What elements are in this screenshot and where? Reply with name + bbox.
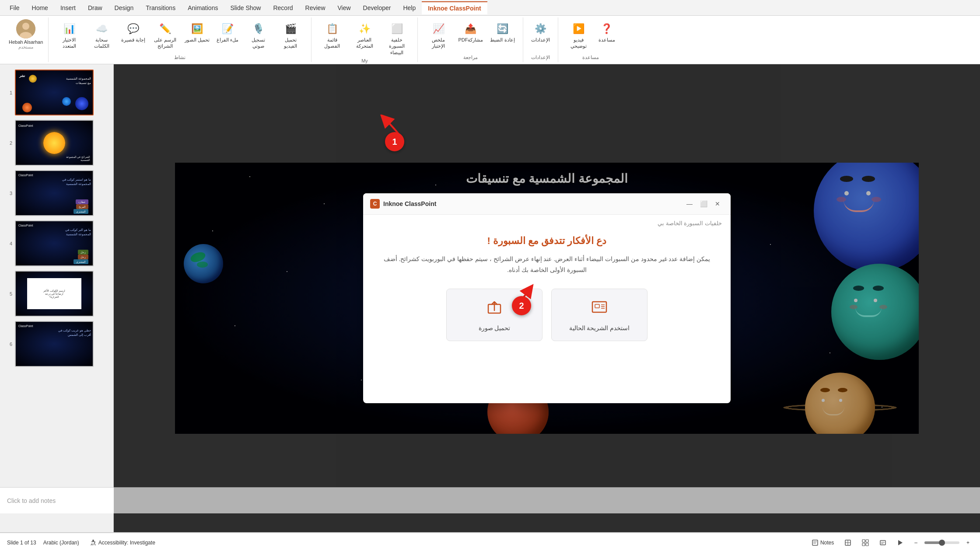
settings-btn[interactable]: ⚙️ الإعدادات [528, 19, 553, 45]
language-info: Arabic (Jordan) [43, 540, 79, 546]
modal-sub-text: يمكن إضافة عدد غير محدود من السبورات الب… [381, 254, 713, 276]
reading-view-btn[interactable] [876, 537, 890, 548]
quiz-summary-icon: 📈 [430, 21, 446, 37]
slide-panel[interactable]: 1 نشر المجموعة الشمسيةمع تنسيقات 2 [0, 64, 114, 532]
zoom-in-btn[interactable]: + [963, 538, 973, 548]
ribbon-body: Hebah Alsarhan مستخدم 📊 الاختيار المتعدد… [0, 16, 980, 64]
annotation-circle-2: 2 [512, 296, 531, 315]
slide-thumb-2[interactable]: 2 ClassPoint الشرائح في المجموعةالشمسية [0, 118, 113, 167]
share-pdf-label: مشاركةPDF [458, 37, 483, 43]
zoom-out-label: – [914, 540, 917, 546]
image-upload-icon: 🖼️ [189, 21, 205, 37]
reset-slide-btn[interactable]: 🔄 إعادة الضبط [487, 19, 517, 45]
draw-slide-label: الرسم على الشرائح [152, 37, 178, 49]
demo-video-btn[interactable]: ▶️ فيديو توضيحي [564, 19, 594, 51]
upload-image-label: تحميل صورة [479, 324, 511, 331]
demo-video-label: فيديو توضيحي [566, 37, 592, 49]
ribbon-tabs: File Home Insert Draw Design Transitions… [0, 0, 980, 16]
help-label: مساعدة [598, 37, 615, 43]
modal-header-link[interactable]: خلفيات السبورة الخاصة بي [363, 215, 731, 227]
slide-thumb-3[interactable]: 3 ClassPoint ما هو استمر كوكب فيالمجموعة… [0, 168, 113, 218]
upload-image-icon [486, 298, 503, 319]
ribbon-group-settings: ⚙️ الإعدادات الإعدادات [523, 17, 558, 62]
svg-rect-10 [812, 540, 818, 545]
slide-thumb-5[interactable]: 5 ارسم الكوكب الأكثرارتفاعاً في درجةالحر… [0, 269, 113, 318]
fill-blank-btn[interactable]: 📝 ملء الفراغ [214, 19, 241, 45]
status-right: Notes [808, 537, 973, 548]
zoom-slider[interactable] [924, 541, 959, 544]
tab-review[interactable]: Review [299, 2, 332, 14]
modal-close-btn[interactable]: ✕ [711, 198, 724, 210]
tab-developer[interactable]: Developer [357, 2, 397, 14]
modal-maximize-btn[interactable]: ⬜ [697, 198, 710, 210]
slide-image-6[interactable]: ClassPoint حظي هو غريب كوكب فيأقرب إلى ا… [15, 321, 94, 367]
zoom-out-btn[interactable]: – [911, 538, 921, 548]
modal-minimize-btn[interactable]: — [683, 198, 696, 210]
reading-view-icon [879, 539, 886, 546]
slide-list-label: قائمة الفصول [319, 37, 345, 49]
annotation-2: 2 [512, 296, 531, 315]
modal-overlay[interactable]: C Inknoe ClassPoint — ⬜ ✕ خلفيات السبورة… [114, 64, 980, 532]
slide-thumb-4[interactable]: 4 ClassPoint ما هو اكبر كوكب فيالمجموعة … [0, 219, 113, 268]
white-bg-btn[interactable]: ⬜ خلفية السبورة البيضاء [382, 19, 412, 57]
tab-home[interactable]: Home [26, 2, 54, 14]
share-pdf-btn[interactable]: 📤 مشاركةPDF [455, 19, 486, 45]
slide-image-5[interactable]: ارسم الكوكب الأكثرارتفاعاً في درجةالحرار… [15, 271, 94, 317]
tab-help[interactable]: Help [397, 2, 422, 14]
help-btn[interactable]: ❓ مساعدة [596, 19, 618, 45]
normal-view-btn[interactable] [841, 537, 855, 548]
tab-view[interactable]: View [332, 2, 357, 14]
slide-image-3[interactable]: ClassPoint ما هو استمر كوكب فيالمجموعة ا… [15, 170, 94, 216]
audio-record-btn[interactable]: 🎙️ تسجيل صوتي [243, 19, 273, 51]
bottom-area: Click to add notes [0, 532, 980, 533]
word-cloud-btn[interactable]: ☁️ سحابة الكلمات [86, 19, 117, 51]
tab-transitions[interactable]: Transitions [140, 2, 182, 14]
tab-slideshow[interactable]: Slide Show [224, 2, 267, 14]
slide-number-1: 1 [4, 90, 12, 95]
slide-image-2[interactable]: ClassPoint الشرائح في المجموعةالشمسية [15, 120, 94, 166]
modal-titlebar: C Inknoe ClassPoint — ⬜ ✕ [363, 193, 731, 215]
word-cloud-icon: ☁️ [94, 21, 109, 37]
tab-animations[interactable]: Animations [182, 2, 224, 14]
notes-label: Notes [820, 540, 834, 546]
image-upload-btn[interactable]: 🖼️ تحميل الصور [182, 19, 212, 45]
quick-poll-btn[interactable]: 💬 إجابة قصيرة [119, 19, 148, 45]
notes-btn[interactable]: Notes [808, 537, 837, 548]
animated-elements-icon: ✨ [357, 21, 372, 37]
ribbon: File Home Insert Draw Design Transitions… [0, 0, 980, 64]
draw-slide-btn[interactable]: ✏️ الرسم على الشرائح [150, 19, 180, 51]
short-answer-label: الاختيار المتعدد [56, 37, 82, 49]
slide-sorter-icon [862, 539, 869, 546]
slide-sorter-btn[interactable] [858, 537, 872, 548]
video-upload-btn[interactable]: 🎬 تحميل الفيديو [275, 19, 306, 51]
slide-image-1[interactable]: نشر المجموعة الشمسيةمع تنسيقات [15, 70, 94, 115]
tab-record[interactable]: Record [267, 2, 299, 14]
slide-thumb-6[interactable]: 6 ClassPoint حظي هو غريب كوكب فيأقرب إلى… [0, 319, 113, 369]
reset-slide-label: إعادة الضبط [490, 37, 514, 43]
tab-insert[interactable]: Insert [54, 2, 82, 14]
accessibility-btn[interactable]: Accessibility: Investigate [86, 537, 159, 548]
quick-poll-icon: 💬 [126, 21, 141, 37]
slide-image-4[interactable]: ClassPoint ما هو اكبر كوكب فيالمجموعة ال… [15, 220, 94, 266]
modal-logo: C [370, 199, 380, 209]
slideshow-btn[interactable] [893, 537, 907, 548]
modal-controls: — ⬜ ✕ [683, 198, 724, 210]
notes-placeholder: Click to add notes [7, 497, 56, 504]
tab-classpoint[interactable]: Inknoe ClassPoint [422, 1, 487, 14]
svg-rect-18 [862, 543, 865, 546]
animated-elements-label: العناصر المتحركة [352, 37, 377, 49]
main-area: 1 نشر المجموعة الشمسيةمع تنسيقات 2 [0, 64, 980, 532]
tab-draw[interactable]: Draw [82, 2, 108, 14]
tab-design[interactable]: Design [108, 2, 140, 14]
zoom-thumb[interactable] [939, 540, 945, 546]
use-current-slide-card[interactable]: استخدم الشريحة الحالية [551, 289, 648, 341]
slide-list-icon: 📋 [324, 21, 340, 37]
short-answer-btn[interactable]: 📊 الاختيار المتعدد [54, 19, 84, 51]
animated-elements-btn[interactable]: ✨ العناصر المتحركة [349, 19, 380, 51]
tab-file[interactable]: File [4, 2, 26, 14]
slide-info: Slide 1 of 13 [7, 540, 36, 546]
slide-thumb-1[interactable]: 1 نشر المجموعة الشمسيةمع تنسيقات [0, 68, 113, 117]
quiz-summary-btn[interactable]: 📈 ملخص الإختبار [423, 19, 454, 51]
normal-view-icon [844, 539, 851, 546]
slide-list-btn[interactable]: 📋 قائمة الفصول [317, 19, 347, 51]
